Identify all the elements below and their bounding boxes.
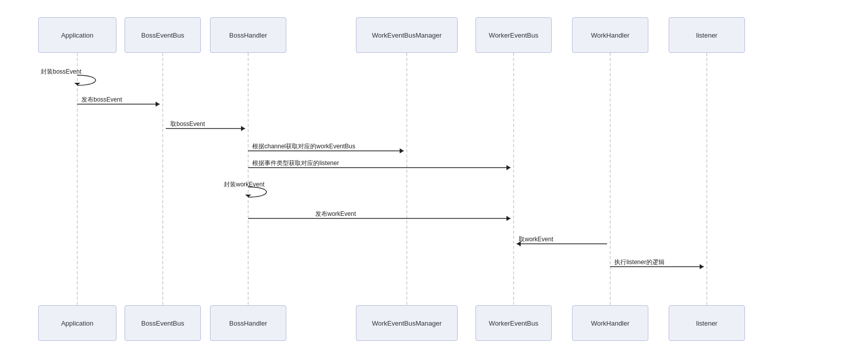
actor-bossEventBus-top: BossEventBus xyxy=(125,17,201,53)
svg-marker-11 xyxy=(241,126,245,131)
msg3-label: 取bossEvent xyxy=(170,120,205,129)
msg1-label: 封装bossEvent xyxy=(41,68,81,76)
actor-bossEventBus-bottom: BossEventBus xyxy=(125,305,201,341)
svg-marker-15 xyxy=(506,165,511,170)
actor-workHandler-bottom: WorkHandler xyxy=(572,305,648,341)
msg2-label: 发布bossEvent xyxy=(81,95,122,104)
actor-workEventBusManager-bottom: WorkEventBusManager xyxy=(356,305,458,341)
msg9-label: 执行listener的逻辑 xyxy=(614,258,665,267)
msg4-label: 根据channel获取对应的workEventBus xyxy=(252,142,355,151)
actor-bossHandler-top: BossHandler xyxy=(210,17,286,53)
actor-workerEventBus-top: WorkerEventBus xyxy=(475,17,552,53)
msg7-label: 发布workEvent xyxy=(315,210,356,218)
actor-workEventBusManager-top: WorkEventBusManager xyxy=(356,17,458,53)
svg-marker-18 xyxy=(506,216,511,221)
svg-marker-22 xyxy=(700,264,704,269)
svg-marker-13 xyxy=(400,148,404,153)
sequence-diagram: Application BossEventBus BossHandler Wor… xyxy=(0,0,868,351)
actor-workerEventBus-bottom: WorkerEventBus xyxy=(475,305,552,341)
msg5-label: 根据事件类型获取对应的listener xyxy=(252,159,339,168)
msg6-label: 封装workEvent xyxy=(224,180,264,189)
svg-marker-16 xyxy=(245,195,251,197)
msg8-label: 取workEvent xyxy=(519,235,553,244)
actor-application-top: Application xyxy=(38,17,116,53)
svg-marker-9 xyxy=(156,102,160,107)
actor-listener-top: listener xyxy=(669,17,745,53)
actor-listener-bottom: listener xyxy=(669,305,745,341)
svg-marker-7 xyxy=(74,83,80,85)
actor-workHandler-top: WorkHandler xyxy=(572,17,648,53)
actor-application-bottom: Application xyxy=(38,305,116,341)
actor-bossHandler-bottom: BossHandler xyxy=(210,305,286,341)
